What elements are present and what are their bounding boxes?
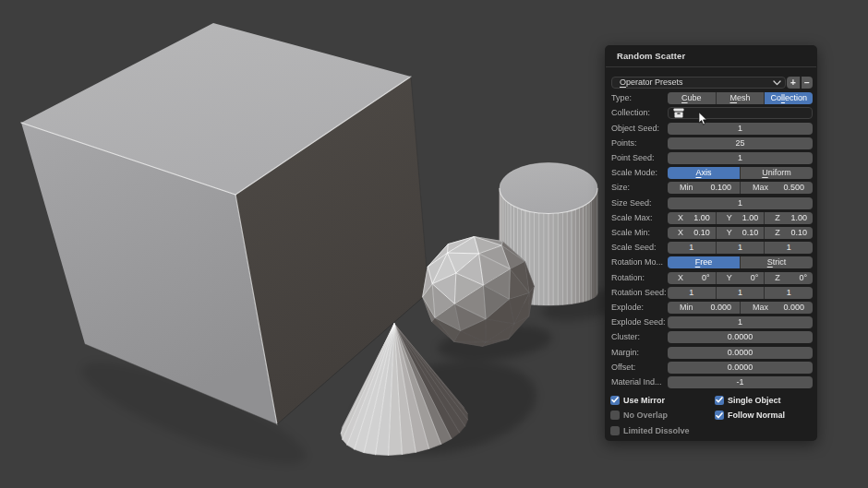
option-mesh[interactable]: Mesh <box>717 92 765 104</box>
checkbox-follow-normal[interactable]: Follow Normal <box>715 410 785 422</box>
subfield-1[interactable]: 1 <box>717 242 765 254</box>
row-label: Scale Seed: <box>611 242 657 254</box>
checkbox-box-icon <box>610 411 620 420</box>
row-size-seed: Size Seed: 1 <box>605 197 817 209</box>
multifield-explode: Min0.000 Max0.000 <box>668 302 813 314</box>
subfield-x[interactable]: X0.10 <box>668 227 716 239</box>
option-collection[interactable]: Collection <box>765 92 813 104</box>
segmented-type: Cube Mesh Collection <box>668 92 813 104</box>
subfield-key: X <box>678 212 683 224</box>
checkbox-label: Use Mirror <box>623 396 665 405</box>
panel-title: Random Scatter <box>617 50 685 63</box>
row-points: Points: 25 <box>605 137 817 149</box>
subfield-value: 1 <box>738 288 742 298</box>
subfield-1[interactable]: 1 <box>717 287 765 299</box>
label-part: trict <box>773 257 787 268</box>
operator-presets-label: Operator Presets <box>620 77 683 88</box>
multifield-size: Min0.100 Max0.500 <box>668 182 813 194</box>
option-free[interactable]: Free <box>668 256 740 268</box>
row-label: Scale Min: <box>611 227 650 239</box>
subfield-value: 0° <box>702 272 710 284</box>
row-size: Size: Min0.100 Max0.500 <box>605 182 817 194</box>
subfield-y[interactable]: Y0.10 <box>717 227 765 239</box>
operator-presets-dropdown[interactable]: Operator Presets <box>611 77 786 89</box>
subfield-min[interactable]: Min0.100 <box>668 182 740 194</box>
field-point-seed[interactable]: 1 <box>668 152 813 164</box>
collection-picker[interactable] <box>668 107 813 119</box>
label-part: xis <box>702 168 712 178</box>
row-label: Object Seed: <box>611 123 659 135</box>
subfield-x[interactable]: X1.00 <box>668 212 716 224</box>
subfield-key: Y <box>727 227 732 239</box>
checkmark-icon <box>716 397 723 403</box>
panel-divider <box>606 66 816 67</box>
checkbox-box-icon <box>715 411 724 420</box>
row-rotation-seed: Rotation Seed: 1 1 1 <box>605 287 817 299</box>
random-scatter-operator-panel: Random Scatter Operator Presets + − Type… <box>605 45 817 441</box>
field-points[interactable]: 25 <box>668 137 813 149</box>
subfield-min[interactable]: Min0.000 <box>668 302 740 314</box>
subfield-x[interactable]: X0° <box>668 272 716 284</box>
collection-icon <box>673 108 684 118</box>
row-label: Size: <box>611 182 630 194</box>
field-value: 0.0000 <box>728 348 753 358</box>
subfield-z[interactable]: Z0.10 <box>765 227 813 239</box>
row-scale-mode: Scale Mode: Axis Uniform <box>605 167 817 179</box>
subfield-value: 1 <box>689 288 693 298</box>
subfield-value: 1.00 <box>742 212 759 224</box>
subfield-0[interactable]: 1 <box>668 287 716 299</box>
option-strict[interactable]: Strict <box>741 256 813 268</box>
row-label: Scale Mode: <box>611 167 657 179</box>
add-preset-button[interactable]: + <box>787 77 801 89</box>
collection-box-icon <box>673 108 684 118</box>
subfield-max[interactable]: Max0.000 <box>741 302 813 314</box>
subfield-0[interactable]: 1 <box>668 242 716 254</box>
row-type: Type: Cube Mesh Collection <box>605 92 817 104</box>
subfield-2[interactable]: 1 <box>765 242 813 254</box>
subfield-key: Y <box>727 212 732 224</box>
subfield-z[interactable]: Z1.00 <box>765 212 813 224</box>
checkbox-no-overlap[interactable]: No Overlap <box>610 410 668 422</box>
row-point-seed: Point Seed: 1 <box>605 152 817 164</box>
subfield-y[interactable]: Y1.00 <box>717 212 765 224</box>
checkbox-single-object[interactable]: Single Object <box>715 394 781 406</box>
subfield-key: Min <box>680 302 693 314</box>
option-cube[interactable]: Cube <box>668 92 716 104</box>
field-cluster[interactable]: 0.0000 <box>668 331 813 343</box>
checkbox-limited-dissolve[interactable]: Limited Dissolve <box>610 424 690 436</box>
checkbox-box-icon <box>610 396 620 405</box>
row-label: Explode: <box>611 302 644 314</box>
subfield-value: 1.00 <box>693 212 710 224</box>
label-part: Co <box>770 93 781 103</box>
subfield-2[interactable]: 1 <box>765 287 813 299</box>
subfield-value: 0.10 <box>790 227 807 239</box>
remove-preset-button[interactable]: − <box>802 77 813 89</box>
checkbox-use-mirror[interactable]: Use Mirror <box>610 394 665 406</box>
chevron-down-glyph <box>773 80 781 86</box>
option-axis[interactable]: Axis <box>668 167 740 179</box>
label-part: ube <box>688 93 702 103</box>
subfield-y[interactable]: Y0° <box>717 272 765 284</box>
field-size-seed[interactable]: 1 <box>668 197 813 209</box>
subfield-z[interactable]: Z0° <box>765 272 813 284</box>
segmented-rotation-mode: Free Strict <box>668 256 813 268</box>
field-margin[interactable]: 0.0000 <box>668 347 813 359</box>
row-label: Cluster: <box>611 331 640 343</box>
subfield-key: Z <box>775 272 780 284</box>
option-uniform[interactable]: Uniform <box>741 167 813 179</box>
mouse-cursor <box>698 112 710 127</box>
label-part-underlined: O <box>620 77 626 87</box>
field-offset[interactable]: 0.0000 <box>668 362 813 374</box>
subfield-max[interactable]: Max0.500 <box>741 182 813 194</box>
row-collection: Collection: <box>605 107 817 119</box>
row-label: Offset: <box>611 362 635 374</box>
field-material-index[interactable]: -1 <box>668 376 813 388</box>
label-part: ree <box>700 257 712 268</box>
row-label: Size Seed: <box>611 197 652 209</box>
checkbox-box-icon <box>610 426 620 435</box>
field-object-seed[interactable]: 1 <box>668 123 813 135</box>
checkbox-label: No Overlap <box>623 411 668 420</box>
row-label: Scale Max: <box>611 212 653 224</box>
field-explode-seed[interactable]: 1 <box>668 316 813 328</box>
subfield-value: 1.00 <box>790 212 807 224</box>
